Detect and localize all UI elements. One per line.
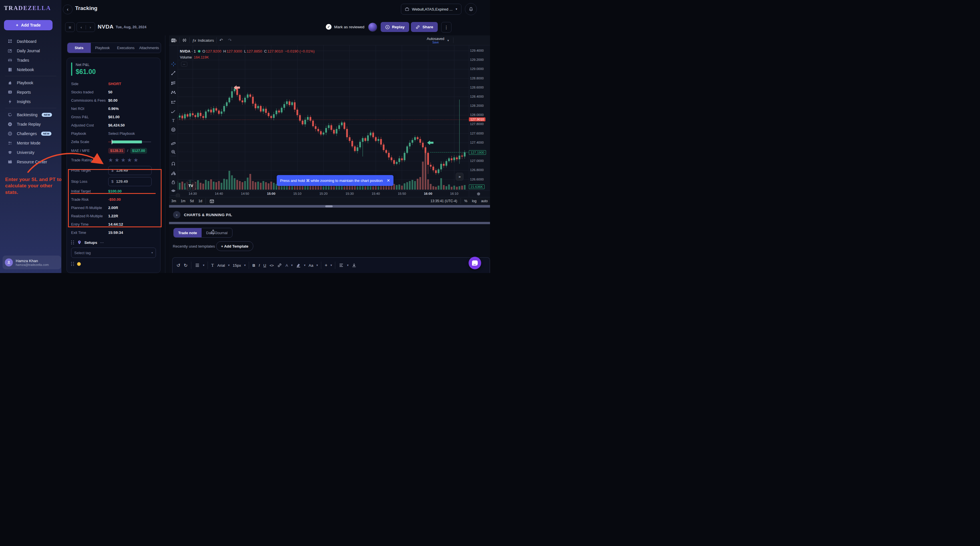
emoji-icon[interactable]	[170, 126, 177, 133]
account-selector[interactable]: Webull,ATAS,Expired ... ▼	[401, 4, 461, 14]
ruler-icon[interactable]	[170, 139, 177, 146]
scale-button-percent[interactable]: %	[462, 199, 470, 203]
text-icon[interactable]: T	[170, 117, 177, 124]
pane-divider[interactable]	[165, 35, 165, 273]
autosave-control[interactable]: Autosaved Save	[427, 37, 444, 45]
tab-attachments[interactable]: Attachments	[137, 43, 161, 53]
drag-handle-icon[interactable]	[71, 262, 74, 266]
sidebar-item-reports[interactable]: Reports	[0, 88, 61, 97]
sidebar-item-dashboard[interactable]: Dashboard	[0, 37, 61, 46]
more-options-kebab-icon[interactable]: ⋮	[441, 22, 452, 33]
link-button[interactable]	[275, 263, 284, 268]
chevron-down-icon[interactable]: ▼	[345, 264, 350, 267]
xabcd-pattern-icon[interactable]	[170, 89, 177, 96]
close-icon[interactable]: ✕	[387, 178, 390, 183]
sidebar-item-notebook[interactable]: Notebook	[0, 65, 61, 74]
tab-playbook[interactable]: Playbook	[91, 43, 114, 53]
chart-canvas[interactable]	[178, 45, 470, 190]
autosave-chevron-icon[interactable]: ▼	[447, 39, 449, 42]
sidebar-item-insights[interactable]: Insights	[0, 97, 61, 106]
tab-trade-note[interactable]: Trade note	[173, 228, 202, 237]
align-button[interactable]	[337, 263, 345, 268]
long-position-icon[interactable]	[170, 99, 177, 106]
text-style-button[interactable]: T	[210, 263, 216, 268]
clock-label[interactable]: 13:35:41 (UTC-4)	[428, 199, 460, 203]
share-note-icon[interactable]	[210, 229, 216, 234]
italic-button[interactable]: I	[257, 263, 262, 267]
sidebar-item-mentor-mode[interactable]: Mentor Mode	[0, 138, 61, 148]
chevron-down-icon[interactable]: ▼	[243, 264, 247, 267]
profit-target-input[interactable]: $126.49	[108, 166, 152, 175]
font-family-select[interactable]: Arial	[216, 263, 227, 267]
text-case-button[interactable]: Aa	[307, 263, 315, 267]
line-spacing-button[interactable]	[193, 263, 202, 268]
scale-button-auto[interactable]: auto	[479, 199, 490, 203]
trade-rating-stars[interactable]: ★★★★★	[108, 157, 140, 163]
back-button[interactable]: ‹	[63, 5, 73, 14]
save-link[interactable]: Save	[432, 41, 439, 44]
mark-as-reviewed[interactable]: ✓ Mark as reviewed	[326, 24, 364, 30]
camera-snapshot-icon[interactable]	[170, 37, 177, 44]
legend-collapse-chevron[interactable]: ︿	[181, 62, 187, 67]
candle-style-button[interactable]	[180, 38, 189, 43]
sidebar-item-trade-replay[interactable]: Trade Replay	[0, 119, 61, 129]
tab-executions[interactable]: Executions	[114, 43, 138, 53]
trade-avatar[interactable]	[368, 22, 377, 32]
indicators-button[interactable]: ƒx Indicators	[189, 38, 216, 43]
sidebar-item-university[interactable]: University	[0, 148, 61, 157]
trend-line-icon[interactable]	[170, 70, 177, 76]
expand-section-chevron[interactable]: ›	[173, 211, 180, 218]
hide-drawings-icon[interactable]	[170, 187, 177, 194]
go-to-realtime-button[interactable]: »	[456, 173, 463, 180]
lock-icon[interactable]	[170, 179, 177, 186]
axis-settings-gear-icon[interactable]	[476, 191, 481, 196]
redo-button[interactable]: ↻	[182, 263, 189, 268]
select-tag-dropdown[interactable]: Select tag ▾	[71, 248, 156, 258]
chevron-down-icon[interactable]: ▼	[290, 264, 294, 267]
horizontal-scrollbar-2[interactable]	[169, 222, 490, 224]
underline-button[interactable]: U	[262, 263, 268, 267]
replay-button[interactable]: Replay	[381, 22, 409, 32]
sidebar-item-daily-journal[interactable]: Daily Journal	[0, 46, 61, 56]
horizontal-scrollbar[interactable]	[169, 205, 490, 208]
bold-button[interactable]: B	[251, 263, 257, 267]
sidebar-item-playbook[interactable]: Playbook	[0, 78, 61, 88]
range-button-3m[interactable]: 3m	[169, 199, 178, 203]
font-size-select[interactable]: 15px	[231, 263, 243, 267]
drawing-lock-icon[interactable]	[170, 170, 177, 177]
chevron-down-icon[interactable]: ▼	[227, 264, 231, 267]
user-card[interactable]: Hamza Khan hamza@tradezella.com	[3, 256, 61, 269]
undo-button[interactable]: ↺	[175, 263, 182, 268]
range-button-5d[interactable]: 5d	[188, 199, 196, 203]
sidebar-item-trades[interactable]: Trades	[0, 56, 61, 65]
undo-icon[interactable]: ↶	[217, 38, 226, 43]
stop-loss-input[interactable]: $129.49	[108, 177, 152, 186]
prev-trade-button[interactable]: ‹	[77, 25, 86, 29]
download-button[interactable]	[350, 263, 358, 268]
goto-date-icon[interactable]	[207, 199, 217, 204]
redo-icon[interactable]: ↷	[226, 38, 234, 43]
range-button-1d[interactable]: 1d	[196, 199, 204, 203]
chevron-down-icon[interactable]: ▼	[315, 264, 319, 267]
tab-stats[interactable]: Stats	[67, 43, 91, 53]
crosshair-icon[interactable]	[170, 60, 177, 67]
add-template-button[interactable]: + Add Template	[216, 241, 253, 251]
stat-value[interactable]: Select Playbook	[108, 131, 135, 135]
parallel-channel-icon[interactable]	[170, 80, 177, 86]
drag-handle-icon[interactable]	[71, 240, 74, 244]
tab-daily-journal[interactable]: Daily Journal	[202, 228, 232, 237]
brush-icon[interactable]	[170, 108, 177, 115]
next-trade-button[interactable]: ›	[86, 25, 95, 29]
highlight-button[interactable]	[294, 263, 303, 268]
tradingview-logo[interactable]: TV	[185, 180, 196, 191]
sidebar-item-resource-center[interactable]: Resource Center	[0, 157, 61, 167]
code-button[interactable]: <>	[268, 263, 275, 267]
chevron-down-icon[interactable]: ▼	[329, 264, 333, 267]
add-trade-button[interactable]: + Add Trade	[4, 20, 52, 30]
setups-menu-icon[interactable]: ⋯	[100, 240, 104, 245]
sidebar-item-backtesting[interactable]: BacktestingNEW	[0, 110, 61, 119]
range-button-1m[interactable]: 1m	[178, 199, 188, 203]
chevron-down-icon[interactable]: ▼	[202, 264, 206, 267]
chat-bubble-button[interactable]	[469, 257, 481, 269]
share-button[interactable]: Share	[411, 22, 438, 32]
